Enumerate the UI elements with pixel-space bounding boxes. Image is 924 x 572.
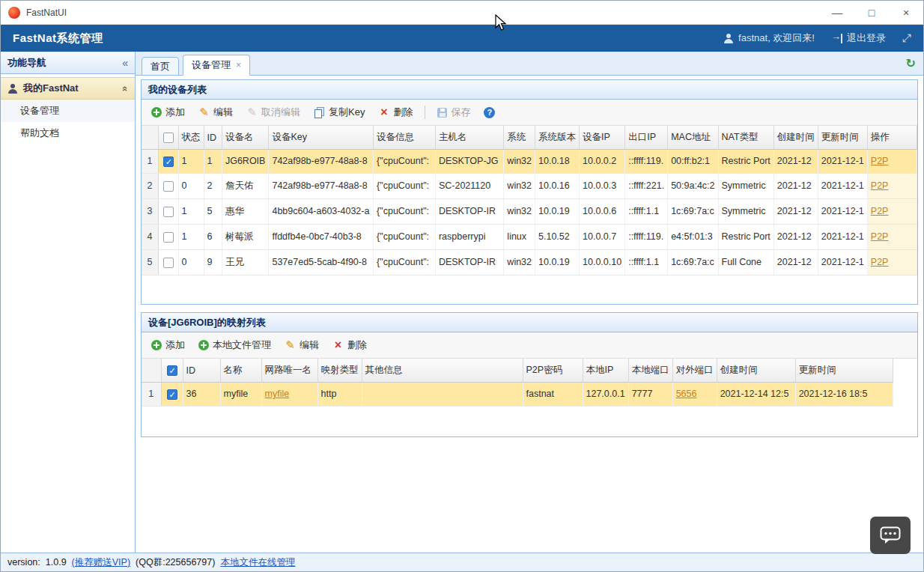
column-header-device-ip[interactable]: 设备IP [580, 126, 625, 150]
close-button[interactable]: × [889, 1, 923, 24]
accordion-title: 我的FastNat [23, 82, 79, 95]
tab-close-icon[interactable] [236, 60, 241, 70]
icon-help [484, 107, 495, 118]
column-header-mac-address[interactable]: MAC地址 [668, 126, 718, 150]
column-header-id[interactable]: ID [183, 359, 220, 383]
column-header-hostname[interactable]: 主机名 [435, 126, 503, 150]
user-welcome: fastnat, 欢迎回来! [723, 31, 815, 45]
operation-link[interactable]: P2P [871, 231, 889, 242]
row-checkbox[interactable] [167, 389, 177, 400]
column-header-operation[interactable]: 操作 [867, 126, 917, 150]
operation-link[interactable]: P2P [871, 180, 889, 191]
row-number: 5 [142, 249, 158, 275]
column-header-name[interactable]: 名称 [220, 359, 261, 383]
cell-operation: P2P [867, 150, 917, 174]
row-checkbox[interactable] [163, 258, 174, 268]
main-area: 首页设备管理 我的设备列表 添加编辑取消编辑复制Key删除保存 状态ID设备名设… [136, 52, 923, 553]
column-header-p2p-password[interactable]: P2P密码 [523, 359, 583, 383]
window-titlebar: FastNatUI — □ × [1, 1, 923, 25]
column-header-os-version[interactable]: 系统版本 [535, 126, 580, 150]
row-checkbox[interactable] [163, 181, 174, 192]
cell-hostname: SC-2021120 [435, 173, 503, 198]
column-header-device-name[interactable]: 设备名 [222, 126, 269, 150]
row-checkbox[interactable] [163, 232, 174, 243]
operation-link[interactable]: P2P [871, 206, 889, 216]
cell-updated-time: 2021-12-1 [818, 150, 867, 174]
copy-key-button[interactable]: 复制Key [308, 103, 371, 122]
sidebar-item-label: 设备管理 [20, 104, 59, 118]
add-device-button[interactable]: 添加 [145, 103, 191, 122]
column-header-select[interactable] [161, 359, 183, 383]
row-checkbox[interactable] [163, 207, 174, 217]
cell-os-version: 10.0.16 [535, 173, 580, 198]
help-button[interactable] [478, 104, 501, 121]
column-header-external-port[interactable]: 对外端口 [672, 359, 717, 383]
delete-mapping-button[interactable]: 删除 [326, 335, 373, 355]
tab-home[interactable]: 首页 [142, 57, 179, 76]
sidebar-collapse-icon[interactable]: « [122, 57, 128, 69]
column-header-id[interactable]: ID [204, 126, 222, 150]
column-header-updated-time[interactable]: 更新时间 [795, 359, 893, 383]
column-header-other-info[interactable]: 其他信息 [362, 359, 523, 383]
operation-link[interactable]: P2P [871, 156, 889, 166]
table-row[interactable]: 416树莓派ffddfb4e-0bc7-40b3-8{"cpuCount":ra… [142, 224, 917, 249]
edit-device-button[interactable]: 编辑 [192, 103, 239, 122]
column-header-unique-name[interactable]: 网路唯一名 [261, 359, 317, 383]
operation-link[interactable]: P2P [871, 257, 889, 267]
add-mapping-button[interactable]: 添加 [145, 335, 191, 355]
sidebar-item-device-management[interactable]: 设备管理 [1, 100, 135, 122]
column-header-mapping-type[interactable]: 映射类型 [317, 359, 362, 383]
unique-name-link[interactable]: myfile [265, 389, 290, 399]
cell-os-version: 10.0.19 [535, 249, 580, 275]
column-header-device-info[interactable]: 设备信息 [374, 126, 436, 150]
maximize-button[interactable]: □ [854, 1, 889, 24]
minimize-button[interactable]: — [820, 1, 854, 24]
cell-select [158, 198, 178, 224]
delete-device-button[interactable]: 删除 [372, 103, 419, 122]
column-header-local-ip[interactable]: 本地IP [583, 359, 628, 383]
select-all-checkbox[interactable] [163, 133, 174, 143]
cell-nat-type: Symmetric [718, 173, 773, 198]
cell-updated-time: 2021-12-1 [818, 198, 867, 224]
cell-hostname: DESKTOP-IR [435, 198, 503, 224]
column-header-os[interactable]: 系统 [504, 126, 535, 150]
sidebar-item-help-docs[interactable]: 帮助文档 [1, 122, 135, 144]
icon-add [198, 340, 209, 350]
table-row[interactable]: 509王兄537e7ed5-5cab-4f90-8{"cpuCount":DES… [142, 249, 917, 275]
cell-p2p-password: fastnat [523, 383, 583, 407]
column-header-created-time[interactable]: 创建时间 [773, 126, 818, 150]
refresh-icon[interactable] [906, 56, 916, 70]
statusbar-text: version: [7, 557, 40, 568]
icon-add [151, 340, 162, 350]
column-header-exit-ip[interactable]: 出口IP [625, 126, 668, 150]
cell-device-name: 树莓派 [222, 224, 269, 249]
table-row[interactable]: 111JG6ROIB742af98b-e977-48a8-8{"cpuCount… [142, 150, 917, 174]
edit-mapping-button[interactable]: 编辑 [279, 335, 325, 355]
external-port-link[interactable]: 5656 [676, 389, 697, 399]
device-list-panel: 我的设备列表 添加编辑取消编辑复制Key删除保存 状态ID设备名设备Key设备信… [141, 79, 918, 305]
fullscreen-icon[interactable] [902, 31, 911, 45]
tab-device-management[interactable]: 设备管理 [183, 55, 250, 76]
vip-link[interactable]: (推荐赠送VIP) [72, 556, 130, 569]
row-checkbox[interactable] [163, 156, 174, 167]
accordion-my-fastnat[interactable]: 我的FastNat [1, 77, 135, 100]
table-row[interactable]: 315惠华4bb9c604-a603-4032-a{"cpuCount":DES… [142, 198, 917, 224]
table-row[interactable]: 136myfilemyfilehttpfastnat127.0.0.177775… [142, 383, 893, 407]
table-row[interactable]: 202詹天佑742af98b-e977-48a8-8{"cpuCount":SC… [142, 173, 917, 198]
column-header-created-time[interactable]: 创建时间 [717, 359, 795, 383]
local-file-online-link[interactable]: 本地文件在线管理 [220, 556, 295, 569]
logout-button[interactable]: 退出登录 [831, 31, 886, 45]
device-panel-header: 我的设备列表 [142, 80, 917, 100]
column-header-updated-time[interactable]: 更新时间 [818, 126, 867, 150]
cell-id: 9 [204, 249, 222, 275]
cell-status: 1 [178, 224, 204, 249]
chat-button[interactable] [870, 517, 911, 554]
cell-exit-ip: ::ffff:119. [625, 150, 668, 174]
select-all-checkbox[interactable] [167, 365, 177, 376]
column-header-device-key[interactable]: 设备Key [269, 126, 374, 150]
column-header-nat-type[interactable]: NAT类型 [718, 126, 773, 150]
column-header-status[interactable]: 状态 [178, 126, 204, 150]
local-file-management-button[interactable]: 本地文件管理 [192, 335, 277, 355]
column-header-local-port[interactable]: 本地端口 [628, 359, 672, 383]
column-header-select[interactable] [158, 126, 178, 150]
